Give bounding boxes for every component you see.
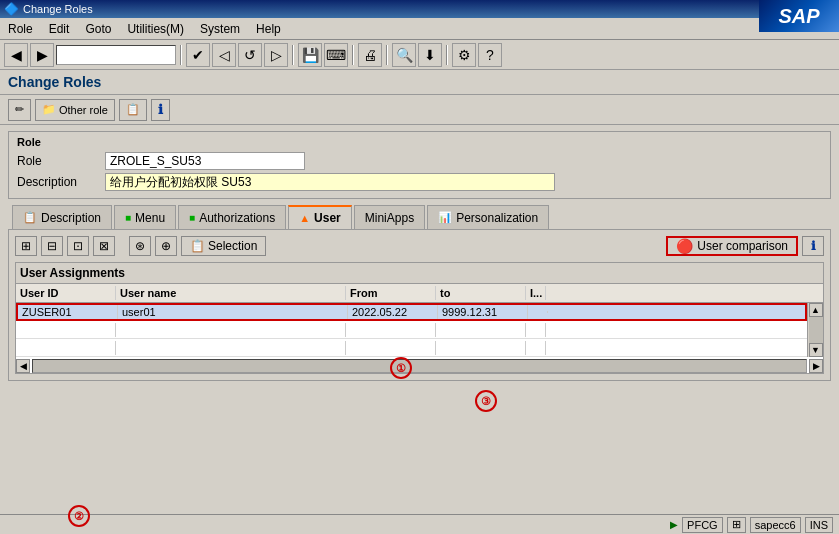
- empty-to-1: [436, 323, 526, 337]
- tabs-container: 📋 Description ■ Menu ■ Authorizations ▲ …: [8, 205, 831, 229]
- empty-flag-1: [526, 323, 546, 337]
- tab-toolbar: ⊞ ⊟ ⊡ ⊠ ⊛ ⊕ 📋 Selection 🔴 User compariso…: [15, 236, 824, 256]
- status-bar: ▶ PFCG ⊞ sapecc6 INS: [0, 514, 839, 534]
- table-title: User Assignments: [16, 263, 823, 284]
- menu-goto[interactable]: Goto: [81, 20, 115, 38]
- role-section: Role Role ZROLE_S_SU53 Description 给用户分配…: [8, 131, 831, 199]
- status-triangle-icon: ▶: [670, 519, 678, 530]
- separator-5: [446, 45, 448, 65]
- scroll-right-btn[interactable]: ▶: [809, 359, 823, 373]
- tab-miniapps[interactable]: MiniApps: [354, 205, 425, 229]
- cell-userid: ZUSER01: [18, 305, 118, 319]
- nav-fwd-btn[interactable]: ▷: [264, 43, 288, 67]
- menu-tab-icon: ■: [125, 212, 131, 223]
- main-content: Role Role ZROLE_S_SU53 Description 给用户分配…: [0, 125, 839, 387]
- table-row[interactable]: ZUSER01 user01 2022.05.22 9999.12.31: [16, 303, 807, 321]
- forward-button[interactable]: ▶: [30, 43, 54, 67]
- sort-btn[interactable]: ⊕: [155, 236, 177, 256]
- empty-from-1: [346, 323, 436, 337]
- desc-value: 给用户分配初始权限 SU53: [105, 173, 555, 191]
- find-btn[interactable]: 🔍: [392, 43, 416, 67]
- scroll-left-btn[interactable]: ◀: [16, 359, 30, 373]
- info-btn[interactable]: ℹ: [151, 99, 170, 121]
- selection-icon: 📋: [190, 239, 205, 253]
- col-header-from: From: [346, 286, 436, 300]
- main-toolbar: ◀ ▶ ✔ ◁ ↺ ▷ 💾 ⌨ 🖨 🔍 ⬇ ⚙ ?: [0, 40, 839, 70]
- person-tab-icon: 📊: [438, 211, 452, 224]
- user-comparison-button[interactable]: 🔴 User comparison: [666, 236, 798, 256]
- enter-button[interactable]: ✔: [186, 43, 210, 67]
- col-header-username: User name: [116, 286, 346, 300]
- tab-authorizations[interactable]: ■ Authorizations: [178, 205, 286, 229]
- menu-system[interactable]: System: [196, 20, 244, 38]
- horizontal-scroll: ◀ ▶: [16, 359, 823, 373]
- empty-userid-1: [16, 323, 116, 337]
- refresh-btn[interactable]: ↺: [238, 43, 262, 67]
- desc-label: Description: [17, 175, 97, 189]
- cell-username: user01: [118, 305, 348, 319]
- scroll-bar-horizontal[interactable]: [32, 359, 807, 373]
- command-field[interactable]: [56, 45, 176, 65]
- table-header: User ID User name From to I...: [16, 284, 823, 303]
- col-header-flag: I...: [526, 286, 546, 300]
- menu-utilities[interactable]: Utilities(M): [123, 20, 188, 38]
- annotation-3: ③: [475, 390, 497, 412]
- menu-edit[interactable]: Edit: [45, 20, 74, 38]
- table-icon-btn-2[interactable]: ⊟: [41, 236, 63, 256]
- menu-role[interactable]: Role: [4, 20, 37, 38]
- sub-toolbar: ✏ 📁 Other role 📋 ℹ: [0, 95, 839, 125]
- tab-personalization[interactable]: 📊 Personalization: [427, 205, 549, 229]
- table-row-empty-2: [16, 339, 807, 357]
- separator-1: [180, 45, 182, 65]
- nav-back-btn[interactable]: ◁: [212, 43, 236, 67]
- table-body: ZUSER01 user01 2022.05.22 9999.12.31: [16, 303, 807, 357]
- role-field-row: Role ZROLE_S_SU53: [17, 152, 822, 170]
- edit-btn[interactable]: ✏: [8, 99, 31, 121]
- empty-username-2: [116, 341, 346, 355]
- col-header-userid: User ID: [16, 286, 116, 300]
- separator-3: [352, 45, 354, 65]
- print-btn[interactable]: 🖨: [358, 43, 382, 67]
- shortcut-btn[interactable]: ⌨: [324, 43, 348, 67]
- table-icon-btn-1[interactable]: ⊞: [15, 236, 37, 256]
- settings-btn[interactable]: ⚙: [452, 43, 476, 67]
- separator-2: [292, 45, 294, 65]
- menu-bar: Role Edit Goto Utilities(M) System Help: [0, 18, 839, 40]
- description-tab-icon: 📋: [23, 211, 37, 224]
- table-icon-btn-3[interactable]: ⊡: [67, 236, 89, 256]
- menu-help[interactable]: Help: [252, 20, 285, 38]
- user-tab-icon: ▲: [299, 212, 310, 224]
- page-title: Change Roles: [0, 70, 839, 95]
- app-icon: 🔷: [4, 2, 19, 16]
- empty-username-1: [116, 323, 346, 337]
- desc-field-row: Description 给用户分配初始权限 SU53: [17, 173, 822, 191]
- tab-description[interactable]: 📋 Description: [12, 205, 112, 229]
- window-title: Change Roles: [23, 3, 93, 15]
- table-icon-btn-4[interactable]: ⊠: [93, 236, 115, 256]
- info-tab-btn[interactable]: ℹ: [802, 236, 824, 256]
- cell-from: 2022.05.22: [348, 305, 438, 319]
- title-bar: 🔷 Change Roles SAP _ □ ✕: [0, 0, 839, 18]
- tab-user[interactable]: ▲ User: [288, 205, 352, 229]
- back-button[interactable]: ◀: [4, 43, 28, 67]
- help-btn[interactable]: ?: [478, 43, 502, 67]
- find-next-btn[interactable]: ⬇: [418, 43, 442, 67]
- tab-menu[interactable]: ■ Menu: [114, 205, 176, 229]
- mode-status: INS: [805, 517, 833, 533]
- sap-logo: SAP: [759, 0, 839, 32]
- tab-user-content: ⊞ ⊟ ⊡ ⊠ ⊛ ⊕ 📋 Selection 🔴 User compariso…: [8, 229, 831, 381]
- scroll-up-btn[interactable]: ▲: [809, 303, 823, 317]
- copy-btn[interactable]: 📋: [119, 99, 147, 121]
- table-scrollbar-right[interactable]: ▲ ▼: [807, 303, 823, 357]
- save-btn[interactable]: 💾: [298, 43, 322, 67]
- selection-button[interactable]: 📋 Selection: [181, 236, 266, 256]
- cell-flag: [528, 311, 548, 313]
- empty-from-2: [346, 341, 436, 355]
- user-comp-icon: 🔴: [676, 238, 693, 254]
- role-value: ZROLE_S_SU53: [105, 152, 305, 170]
- other-role-button[interactable]: 📁 Other role: [35, 99, 115, 121]
- scroll-down-btn[interactable]: ▼: [809, 343, 823, 357]
- copy-icon: 📋: [126, 103, 140, 116]
- col-header-to: to: [436, 286, 526, 300]
- filter-btn[interactable]: ⊛: [129, 236, 151, 256]
